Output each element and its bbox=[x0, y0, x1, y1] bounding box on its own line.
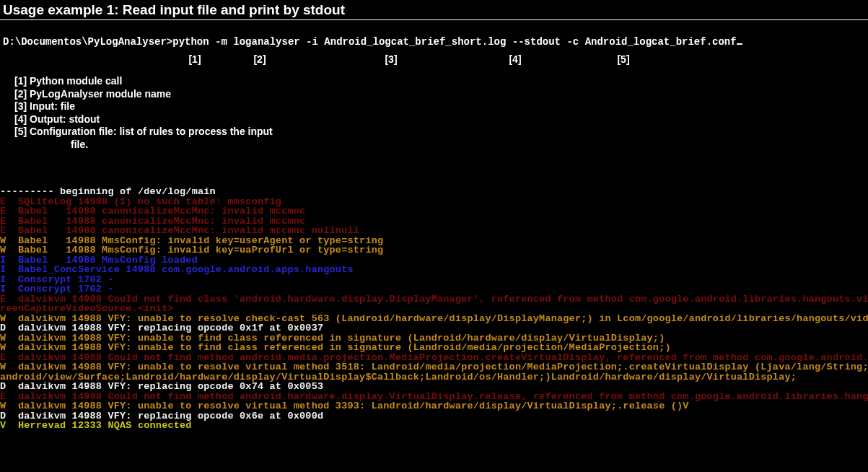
log-line: reenCaptureVideoSource.<init> bbox=[0, 304, 868, 314]
log-line: E dalvikvm 14988 Could not find method a… bbox=[0, 353, 868, 363]
log-line: I Babel_ConcService 14988 com.google.and… bbox=[0, 265, 868, 275]
cmd-part-1: python -m bbox=[172, 36, 227, 48]
log-line: W dalvikvm 14988 VFY: unable to find cla… bbox=[0, 333, 868, 344]
log-line: I Conscrypt 1702 - bbox=[0, 284, 868, 294]
log-line: E Babel 14988 canonicalizeMccMnc: invali… bbox=[0, 217, 868, 227]
page-title: Usage example 1: Read input file and pri… bbox=[0, 0, 868, 20]
log-line: android/view/Surface;Landroid/hardware/d… bbox=[0, 372, 868, 383]
command-line: D:\Documentos\PyLogAnalyser>python -m lo… bbox=[0, 36, 868, 48]
cmd-part-5-flag: -c bbox=[566, 36, 579, 48]
annot-1: [1] bbox=[166, 53, 224, 65]
log-line: W Babel 14988 MmsConfig: invalid key=uaP… bbox=[0, 245, 868, 255]
legend-1: [1] Python module call bbox=[14, 75, 868, 88]
cmd-part-5-val: Android_logcat_brief.conf bbox=[585, 36, 737, 48]
log-line: D dalvikvm 14988 VFY: replacing opcode 0… bbox=[0, 382, 868, 392]
annotation-row: [1][2][3][4][5] bbox=[0, 53, 868, 65]
legend-5: [5] Configuration file: list of rules to… bbox=[14, 126, 868, 139]
log-line: E dalvikvm 14988 Could not find method a… bbox=[0, 392, 868, 402]
cmd-part-3-val: Android_logcat_brief_short.log bbox=[324, 36, 506, 48]
log-line: W dalvikvm 14988 VFY: unable to resolve … bbox=[0, 401, 868, 411]
cmd-part-4: --stdout bbox=[512, 36, 561, 48]
log-line: W dalvikvm 14988 VFY: unable to resolve … bbox=[0, 314, 868, 324]
log-output: --------- beginning of /dev/log/mainE SQ… bbox=[0, 187, 868, 431]
cursor-icon bbox=[737, 43, 742, 45]
log-line: W dalvikvm 14988 VFY: unable to resolve … bbox=[0, 362, 868, 372]
log-line: I Babel 14988 MmsConfig loaded bbox=[0, 255, 868, 266]
log-line: E Babel 14988 canonicalizeMccMnc: invali… bbox=[0, 226, 868, 236]
log-line: I Conscrypt 1702 - bbox=[0, 275, 868, 285]
log-line: W Babel 14988 MmsConfig: invalid key=use… bbox=[0, 236, 868, 246]
cmd-part-2: loganalyser bbox=[233, 36, 299, 48]
legend-2: [2] PyLogAnalyser module name bbox=[14, 88, 868, 101]
annot-2: [2] bbox=[224, 53, 296, 65]
legend-5b: file. bbox=[14, 139, 868, 152]
log-line: E dalvikvm 14988 Could not find class 'a… bbox=[0, 294, 868, 305]
annot-3: [3] bbox=[296, 53, 486, 65]
cmd-part-3-flag: -i bbox=[306, 36, 318, 48]
log-line: V Herrevad 12333 NQAS connected bbox=[0, 421, 868, 431]
log-line: E SQLiteLog 14988 (1) no such table: mms… bbox=[0, 197, 868, 207]
annot-4: [4] bbox=[486, 53, 544, 65]
legend-4: [4] Output: stdout bbox=[14, 113, 868, 126]
log-line: W dalvikvm 14988 VFY: unable to find cla… bbox=[0, 343, 868, 353]
legend-3: [3] Input: file bbox=[14, 100, 868, 113]
annot-5: [5] bbox=[544, 53, 703, 65]
log-line: D dalvikvm 14988 VFY: replacing opcode 0… bbox=[0, 323, 868, 333]
log-line: D dalvikvm 14988 VFY: replacing opcode 0… bbox=[0, 411, 868, 421]
log-line: E Babel 14988 canonicalizeMccMnc: invali… bbox=[0, 206, 868, 217]
log-line: --------- beginning of /dev/log/main bbox=[0, 187, 868, 197]
prompt: D:\Documentos\PyLogAnalyser> bbox=[3, 36, 172, 48]
legend: [1] Python module call [2] PyLogAnalyser… bbox=[0, 75, 868, 151]
